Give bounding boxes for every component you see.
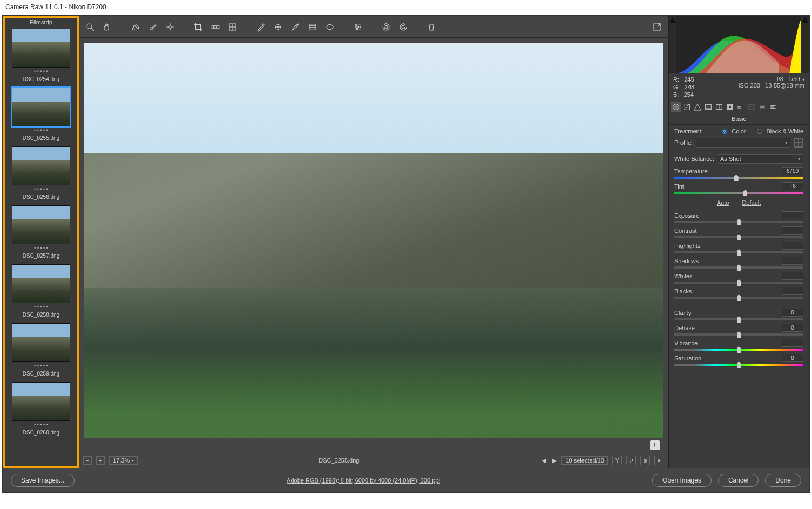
transform-tool-icon[interactable] (227, 21, 239, 33)
shadows-value[interactable] (782, 257, 803, 265)
svg-point-15 (327, 24, 333, 29)
straighten-tool-icon[interactable] (209, 21, 221, 33)
zoom-out-icon[interactable]: − (83, 456, 92, 465)
contrast-value[interactable] (782, 226, 803, 235)
blacks-slider[interactable] (674, 297, 803, 299)
gradient-tool-icon[interactable] (307, 21, 319, 33)
target-adjust-tool-icon[interactable] (164, 21, 176, 33)
toggle-fullscreen-icon[interactable] (651, 21, 663, 33)
contrast-slider[interactable] (674, 236, 803, 238)
auto-link[interactable]: Auto (717, 199, 729, 206)
saturation-slider[interactable] (674, 364, 803, 366)
panel-title: Basic ≡ (669, 113, 809, 125)
highlight-clip-icon[interactable] (801, 16, 809, 73)
temp-value[interactable]: 6700 (782, 167, 803, 175)
tab-fx-icon[interactable]: fx (736, 102, 746, 112)
preferences-icon[interactable] (352, 21, 364, 33)
next-image-icon[interactable]: ▶ (551, 457, 558, 464)
dehaze-label: Dehaze (674, 325, 695, 331)
info-readout: R: 245 G: 248 B: 254 f/8 1/50 s ISO 200 … (669, 73, 809, 101)
tint-slider[interactable] (674, 192, 803, 194)
rotate-ccw-icon[interactable] (380, 21, 392, 33)
tab-lens-icon[interactable] (725, 102, 735, 112)
saturation-value[interactable]: 0 (782, 354, 803, 362)
profile-browser-icon[interactable] (794, 138, 803, 148)
svg-text:fx: fx (737, 105, 741, 110)
cancel-button[interactable]: Cancel (718, 474, 759, 487)
wb-label: White Balance: (674, 156, 714, 162)
redeye-tool-icon[interactable] (272, 21, 284, 33)
brush-tool-icon[interactable] (289, 21, 301, 33)
filmstrip-thumb[interactable]: • • • • •DSC_0258.dng (8, 264, 74, 321)
treatment-label: Treatment: (674, 128, 703, 135)
zoom-in-icon[interactable]: + (96, 456, 105, 465)
trash-icon[interactable] (425, 21, 437, 33)
warning-icon[interactable]: ! (650, 440, 660, 450)
filmstrip-thumb[interactable]: • • • • •DSC_0255.dng (8, 88, 74, 144)
swap-icon[interactable]: ⇄ (626, 456, 636, 465)
filmstrip-thumb[interactable]: • • • • •DSC_0256.dng (8, 146, 74, 203)
treatment-bw-radio[interactable] (757, 129, 762, 134)
tab-curve-icon[interactable] (682, 102, 692, 112)
prev-image-icon[interactable]: ◀ (540, 457, 547, 464)
whites-slider[interactable] (674, 282, 803, 284)
svg-point-19 (356, 24, 357, 25)
radial-tool-icon[interactable] (324, 21, 336, 33)
open-images-button[interactable]: Open Images (652, 474, 712, 487)
exposure-slider[interactable] (674, 221, 803, 223)
white-balance-tool-icon[interactable] (130, 21, 141, 33)
vibrance-slider[interactable] (674, 349, 803, 351)
hand-tool-icon[interactable] (102, 21, 113, 33)
tab-detail-icon[interactable] (693, 102, 702, 112)
tab-snapshots-icon[interactable] (768, 102, 778, 112)
filmstrip-list[interactable]: • • • • •DSC_0254.dng• • • • •DSC_0255.d… (5, 26, 77, 466)
workflow-options-link[interactable]: Adobe RGB (1998); 8 bit; 6000 by 4000 (2… (81, 477, 646, 484)
profile-select[interactable]: ▾ (696, 138, 790, 148)
filmstrip-thumb[interactable]: • • • • •DSC_0257.dng (8, 205, 74, 262)
rotate-cw-icon[interactable] (397, 21, 409, 33)
tab-calibration-icon[interactable] (747, 102, 756, 112)
image-preview[interactable] (84, 43, 663, 438)
tab-presets-icon[interactable] (757, 102, 767, 112)
dehaze-slider[interactable] (674, 333, 803, 336)
tab-hsl-icon[interactable] (703, 102, 713, 112)
zoom-level[interactable]: 17.3%▾ (109, 456, 138, 465)
highlights-value[interactable] (782, 242, 803, 250)
copy-settings-icon[interactable]: ⊕ (640, 456, 650, 465)
tint-label: Tint (674, 183, 684, 190)
svg-point-20 (359, 26, 361, 28)
color-sampler-tool-icon[interactable] (147, 21, 159, 33)
tab-split-icon[interactable] (714, 102, 724, 112)
clarity-slider[interactable] (674, 318, 803, 320)
panel-menu-icon[interactable]: ≡ (802, 116, 806, 122)
crop-tool-icon[interactable] (192, 21, 204, 33)
filmstrip-thumb[interactable]: • • • • •DSC_0259.dng (8, 323, 74, 380)
tint-value[interactable]: +8 (782, 182, 803, 190)
filmstrip-thumb[interactable]: • • • • •DSC_0260.dng (8, 382, 74, 439)
filter-icon[interactable]: ≡ (654, 456, 664, 465)
done-button[interactable]: Done (765, 474, 801, 487)
before-after-icon[interactable]: Y (612, 456, 622, 465)
vibrance-label: Vibrance (674, 340, 698, 346)
spot-removal-tool-icon[interactable] (255, 21, 267, 33)
panel-tabs: fx (669, 101, 809, 113)
clarity-value[interactable]: 0 (782, 309, 803, 317)
highlights-slider[interactable] (674, 251, 803, 253)
vibrance-value[interactable] (782, 339, 803, 347)
wb-select[interactable]: As Shot▾ (718, 154, 803, 164)
histogram[interactable] (676, 16, 801, 73)
blacks-value[interactable] (782, 287, 803, 295)
contrast-label: Contrast (674, 227, 697, 234)
filmstrip-thumb[interactable]: • • • • •DSC_0254.dng (8, 29, 74, 85)
tab-basic-icon[interactable] (671, 102, 681, 112)
treatment-color-radio[interactable] (722, 129, 727, 134)
exposure-value[interactable] (782, 211, 803, 219)
save-images-button[interactable]: Save Images... (11, 474, 75, 487)
zoom-tool-icon[interactable] (84, 21, 96, 33)
shadows-slider[interactable] (674, 266, 803, 269)
dehaze-value[interactable]: 0 (782, 324, 803, 332)
whites-value[interactable] (782, 272, 803, 280)
temp-slider[interactable] (674, 177, 803, 179)
default-link[interactable]: Default (742, 199, 761, 206)
shadow-clip-icon[interactable] (669, 16, 676, 73)
